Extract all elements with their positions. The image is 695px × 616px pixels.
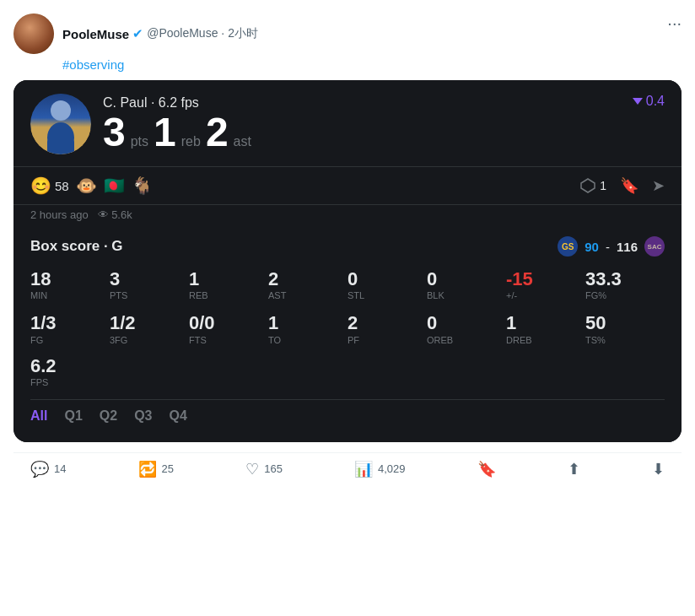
stat-cell: 1/3FG xyxy=(30,311,110,346)
box-score-title: Box score · G xyxy=(30,238,123,255)
like-count: 165 xyxy=(264,462,283,475)
quarter-tabs: AllQ1Q2Q3Q4 xyxy=(30,399,665,434)
stat-cell: 0STL xyxy=(348,267,427,302)
quarter-tab-q1[interactable]: Q1 xyxy=(64,408,82,424)
score-display: GS 90 - 116 SAC xyxy=(558,236,665,257)
smiley-emoji: 😊 xyxy=(30,176,51,196)
stat-value: 0 xyxy=(348,268,358,290)
time-ago: 2 hours ago xyxy=(30,208,89,221)
polygon-icon xyxy=(579,177,596,194)
stat-value: -15 xyxy=(506,268,533,290)
download-icon: ⬇ xyxy=(652,460,665,478)
avatar[interactable] xyxy=(13,14,54,54)
like-action[interactable]: ♡ 165 xyxy=(245,460,283,478)
stat-cell: 18MIN xyxy=(30,267,110,302)
retweet-action[interactable]: 🔁 25 xyxy=(138,460,174,478)
quarter-tab-q3[interactable]: Q3 xyxy=(134,408,152,424)
tweet-time: 2小时 xyxy=(228,26,258,40)
retweet-icon: 🔁 xyxy=(138,460,157,478)
stat-value: 2 xyxy=(268,268,278,290)
stat-name: BLK xyxy=(427,290,444,300)
polygon-badge[interactable]: 1 xyxy=(579,177,606,194)
tweet-header-left: PooleMuse ✔ @PooleMuse · 2小时 xyxy=(13,14,258,54)
stat-value: 0/0 xyxy=(189,312,215,334)
stat-name: STL xyxy=(348,290,364,300)
tweet-header: PooleMuse ✔ @PooleMuse · 2小时 ··· xyxy=(13,14,682,54)
kings-logo: SAC xyxy=(644,236,665,257)
stat-cell: 2PF xyxy=(348,311,427,346)
user-name[interactable]: PooleMuse xyxy=(62,27,129,41)
player-ast-value: 2 xyxy=(206,112,229,153)
time-views: 2 hours ago 👁 5.6k xyxy=(13,205,682,228)
monkey-emoji: 🐵 xyxy=(76,176,97,196)
views-count: 👁 5.6k xyxy=(91,208,132,221)
warriors-logo: GS xyxy=(558,236,578,257)
box-score: Box score · G GS 90 - 116 SAC 18MIN3PTS1… xyxy=(13,228,682,442)
svg-point-0 xyxy=(51,100,71,121)
score-separator: - xyxy=(606,240,610,254)
share-icon[interactable]: ➤ xyxy=(652,176,665,195)
stat-name: TO xyxy=(268,335,281,345)
bookmark-icon[interactable]: 🔖 xyxy=(620,176,638,195)
stat-cell: 2AST xyxy=(268,267,348,302)
comment-icon: 💬 xyxy=(30,460,49,478)
quarter-tab-q4[interactable]: Q4 xyxy=(169,408,186,424)
stat-value: 1/3 xyxy=(30,312,57,334)
hashtag[interactable]: #observing xyxy=(62,57,682,72)
tweet-actions: 💬 14 🔁 25 ♡ 165 📊 4,029 🔖 ⬆ ⬇ xyxy=(13,452,682,485)
stat-name: 3FG xyxy=(110,335,127,345)
user-info: PooleMuse ✔ @PooleMuse · 2小时 xyxy=(62,26,258,41)
stat-name: MIN xyxy=(30,290,47,300)
views-action[interactable]: 📊 4,029 xyxy=(354,460,406,478)
user-handle[interactable]: @PooleMuse xyxy=(147,26,218,40)
score-away: 116 xyxy=(617,240,638,254)
stat-value: 0 xyxy=(427,268,437,290)
stat-cell: 50TS% xyxy=(585,311,665,346)
retweet-count: 25 xyxy=(162,462,174,475)
upload-action[interactable]: ⬆ xyxy=(568,460,580,478)
stat-value: 1 xyxy=(189,268,199,290)
stat-name: FG xyxy=(30,335,43,345)
stat-name: PF xyxy=(348,335,359,345)
reactions-left: 😊 58 🐵 🇧🇩 🐐 xyxy=(30,176,153,196)
player-name-fps: C. Paul · 6.2 fps xyxy=(103,95,621,111)
comment-action[interactable]: 💬 14 xyxy=(30,460,66,478)
flag-emoji: 🇧🇩 xyxy=(104,176,125,196)
stat-cell: 1DREB xyxy=(506,311,585,346)
download-action[interactable]: ⬇ xyxy=(652,460,665,478)
views-count-action: 4,029 xyxy=(378,462,406,475)
stat-name: OREB xyxy=(427,335,453,345)
bookmark-action[interactable]: 🔖 xyxy=(477,460,496,478)
svg-rect-2 xyxy=(47,140,74,154)
player-info: C. Paul · 6.2 fps 3 pts 1 reb 2 ast xyxy=(103,95,621,153)
user-handle-time: @PooleMuse · 2小时 xyxy=(147,26,258,41)
reactions-right: 1 🔖 ➤ xyxy=(579,176,665,195)
player-stats-big: 3 pts 1 reb 2 ast xyxy=(103,112,621,153)
stat-value: 3 xyxy=(110,268,120,290)
views-icon: 📊 xyxy=(354,460,373,478)
stat-name: TS% xyxy=(585,335,606,345)
quarter-tab-all[interactable]: All xyxy=(30,408,47,424)
more-button[interactable]: ··· xyxy=(667,14,682,33)
quarter-tab-q2[interactable]: Q2 xyxy=(100,408,117,424)
stat-cell: 0OREB xyxy=(427,311,506,346)
bookmark-action-icon: 🔖 xyxy=(477,460,496,478)
heart-icon: ♡ xyxy=(245,460,259,478)
stat-name: FTS xyxy=(189,335,207,345)
tweet-container: PooleMuse ✔ @PooleMuse · 2小时 ··· #observ… xyxy=(0,0,695,485)
player-pts-value: 3 xyxy=(103,112,126,153)
stat-value: 2 xyxy=(348,312,358,334)
stat-name: PTS xyxy=(110,290,127,300)
emoji-group: 😊 58 xyxy=(30,176,69,196)
fps-triangle-icon xyxy=(633,98,643,105)
fps-badge: 0.4 xyxy=(633,94,665,109)
stat-cell: 33.3FG% xyxy=(585,267,665,302)
stat-value: 1 xyxy=(268,312,278,334)
player-fps-text: 6.2 fps xyxy=(159,95,199,110)
stat-cell: 1/23FG xyxy=(110,311,189,346)
comment-count: 14 xyxy=(54,462,66,475)
player-reb-label: reb xyxy=(181,134,201,149)
stat-name: REB xyxy=(189,290,208,300)
player-reb-value: 1 xyxy=(154,112,176,153)
stat-cell: 1TO xyxy=(268,311,348,346)
